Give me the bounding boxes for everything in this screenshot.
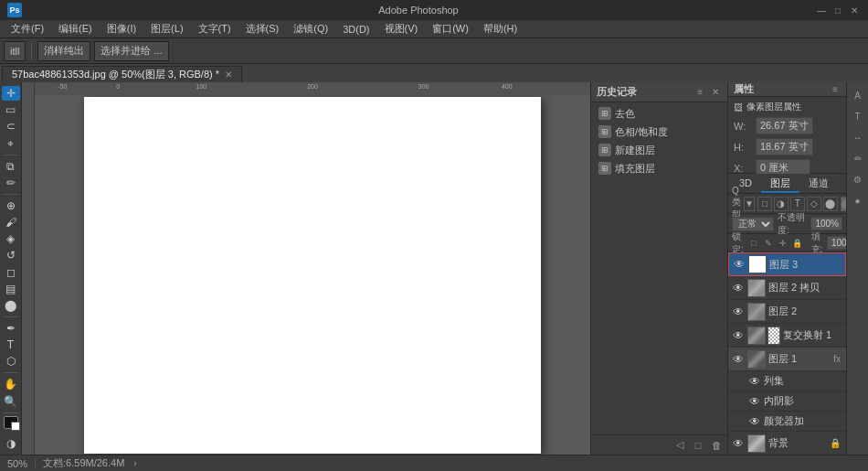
layers-filter-shape-btn[interactable]: ◇ [807, 197, 821, 211]
layer-2-visibility[interactable]: 👁 [732, 305, 745, 318]
menu-layer[interactable]: 图层(L) [143, 20, 190, 37]
layer-item-2copy[interactable]: 👁 图层 2 拷贝 [728, 276, 846, 300]
layer-2copy-visibility[interactable]: 👁 [732, 282, 745, 294]
tool-fg-color[interactable] [4, 416, 18, 428]
toolbar-tool2[interactable]: 消样纯出 [37, 41, 90, 61]
opacity-value[interactable]: 100% [810, 217, 842, 230]
layer-item-1[interactable]: 👁 图层 1 fx [728, 348, 846, 371]
layer-background-visibility[interactable]: 👁 [732, 437, 745, 450]
history-new-snapshot-btn[interactable]: ◁ [672, 438, 687, 453]
menu-3d[interactable]: 3D(D) [335, 22, 376, 37]
history-close-btn[interactable]: ✕ [709, 86, 722, 98]
history-create-layer-btn[interactable]: □ [691, 438, 705, 453]
tool-separator-1 [4, 155, 18, 155]
layer-item-3[interactable]: 👁 图层 3 [728, 252, 846, 276]
layer-item-smartobj[interactable]: 👁 复交换射 1 [728, 324, 846, 348]
tool-hand[interactable]: ✋ [2, 377, 20, 391]
layers-filter-adj-btn[interactable]: ◑ [774, 197, 789, 211]
tool-move[interactable]: ✛ [2, 86, 20, 101]
tool-eraser[interactable]: ◻ [2, 265, 20, 280]
canvas-background[interactable] [35, 95, 590, 455]
status-arrows[interactable]: › [133, 458, 136, 468]
layers-blend-row: 正常 不透明度: 100% [728, 214, 846, 234]
layer-sub-collapse-visibility[interactable]: 👁 [748, 375, 761, 388]
menu-window[interactable]: 窗口(W) [425, 20, 476, 37]
options-toolbar: itll 消样纯出 选择并进给 ... [0, 38, 868, 64]
layers-filter-pixel-btn[interactable]: □ [757, 197, 772, 211]
menu-help[interactable]: 帮助(H) [476, 20, 524, 37]
history-item-label-1: 色相/饱和度 [615, 125, 668, 139]
layer-sub-collapse[interactable]: 👁 列集 [728, 371, 846, 391]
layer-background-thumb [747, 434, 766, 453]
tab-main-document[interactable]: 57bac48861353d.jpg @ 50%(图层 3, RGB/8) * … [2, 66, 242, 82]
tool-brush[interactable]: 🖌 [2, 215, 20, 230]
tab-channels[interactable]: 通道 [799, 175, 838, 193]
history-item-2[interactable]: ⊞ 新建图层 [591, 141, 727, 159]
toolbar-tool1[interactable]: itll [4, 41, 26, 61]
layer-3-visibility[interactable]: 👁 [733, 258, 746, 271]
tool-dodge[interactable]: ⬤ [2, 298, 20, 313]
lock-position-btn[interactable]: ✛ [777, 237, 789, 250]
tool-lasso[interactable]: ⊂ [2, 119, 20, 134]
layer-1-visibility[interactable]: 👁 [732, 353, 745, 366]
v-ruler [22, 95, 35, 455]
layers-filter-type-btn[interactable]: ▼ [744, 197, 755, 211]
menu-image[interactable]: 图像(I) [100, 20, 143, 37]
layer-smartobj-thumbs [747, 326, 780, 345]
ps-logo: Ps [7, 3, 22, 17]
history-item-0[interactable]: ⊞ 去色 [591, 104, 727, 123]
close-button[interactable]: ✕ [848, 4, 861, 16]
tool-gradient[interactable]: ▤ [2, 282, 20, 296]
layer-item-2[interactable]: 👁 图层 2 [728, 300, 846, 324]
layer-sub-inner-shadow[interactable]: 👁 内阴影 [728, 391, 846, 412]
tool-text[interactable]: T [2, 337, 20, 352]
layers-filter-text-btn[interactable]: T [790, 197, 805, 211]
tool-select-rect[interactable]: ▭ [2, 102, 20, 117]
maximize-button[interactable]: □ [831, 4, 844, 16]
layer-sub-inner-shadow-visibility[interactable]: 👁 [748, 395, 761, 408]
menu-edit[interactable]: 编辑(E) [51, 20, 100, 37]
layer-smartobj-name: 复交换射 1 [783, 328, 842, 342]
tab-layers[interactable]: 图层 [761, 175, 799, 193]
menu-file[interactable]: 文件(F) [4, 20, 51, 37]
menu-select[interactable]: 选择(S) [238, 20, 287, 37]
tab-close-btn[interactable]: ✕ [225, 70, 232, 80]
tool-stamp[interactable]: ◈ [2, 231, 20, 246]
lock-transparent-btn[interactable]: □ [747, 237, 760, 250]
layer-smartobj-thumb1 [747, 326, 766, 345]
properties-expand-btn[interactable]: ≡ [830, 83, 841, 95]
layer-sub-color-overlay[interactable]: 👁 颜觉器加 [728, 412, 846, 432]
tool-pen[interactable]: ✒ [2, 321, 20, 336]
toolbar-tool3[interactable]: 选择并进给 ... [94, 41, 168, 61]
far-right-btn-2[interactable]: ↔ [849, 128, 867, 146]
layer-item-background[interactable]: 👁 背景 🔒 [728, 432, 846, 455]
far-right-btn-4[interactable]: ⚙ [849, 170, 867, 188]
title-bar-controls: — □ ✕ [815, 4, 861, 16]
tool-heal[interactable]: ⊕ [2, 198, 20, 213]
tool-quick-mask[interactable]: ◑ [2, 436, 20, 451]
far-right-btn-1[interactable]: T [849, 107, 867, 125]
menu-text[interactable]: 文字(T) [191, 20, 238, 37]
tool-shape[interactable]: ⬡ [2, 354, 20, 369]
minimize-button[interactable]: — [815, 4, 828, 16]
far-right-btn-3[interactable]: ✏ [849, 149, 867, 167]
menu-view[interactable]: 视图(V) [377, 20, 426, 37]
tool-crop[interactable]: ⧉ [2, 159, 20, 174]
tool-magic-wand[interactable]: ⌖ [2, 136, 20, 151]
tool-eyedropper[interactable]: ✏ [2, 176, 20, 190]
history-delete-btn[interactable]: 🗑 [709, 438, 724, 453]
layer-sub-color-overlay-visibility[interactable]: 👁 [748, 415, 761, 428]
history-item-1[interactable]: ⊞ 色相/饱和度 [591, 123, 727, 141]
tool-history-brush[interactable]: ↺ [2, 248, 20, 262]
menu-filter[interactable]: 滤镜(Q) [286, 20, 335, 37]
lock-all-btn[interactable]: 🔒 [791, 237, 804, 250]
history-expand-btn[interactable]: ≡ [694, 86, 705, 98]
layer-smartobj-visibility[interactable]: 👁 [732, 329, 745, 342]
layers-filter-smart-btn[interactable]: ⬤ [823, 197, 838, 211]
lock-pixels-btn[interactable]: ✎ [762, 237, 775, 250]
tool-zoom[interactable]: 🔍 [2, 393, 20, 408]
blend-mode-select[interactable]: 正常 [732, 217, 774, 231]
far-right-btn-5[interactable]: ● [849, 191, 867, 209]
history-item-3[interactable]: ⊞ 填充图层 [591, 159, 727, 177]
far-right-btn-0[interactable]: A [849, 86, 867, 104]
